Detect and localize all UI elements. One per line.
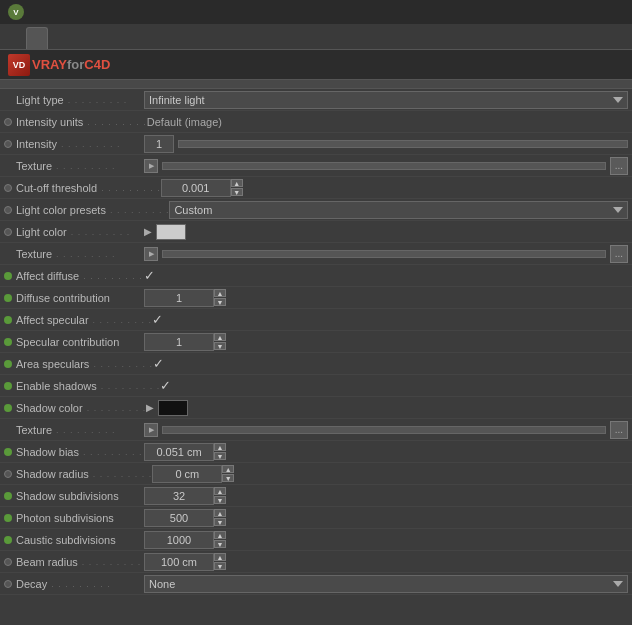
- ellipsis-btn-texture-1[interactable]: ...: [610, 157, 628, 175]
- label-light-color: Light color . . . . . . . . .: [4, 226, 144, 238]
- color-arrow-shadow-color[interactable]: ▶: [146, 402, 154, 413]
- slider-container-intensity: [178, 140, 628, 148]
- spin-down-cutoff[interactable]: ▼: [231, 188, 243, 196]
- row-texture-1: Texture . . . . . . . . ....: [0, 155, 632, 177]
- label-text-texture-1: Texture: [16, 160, 52, 172]
- spin-up-shadow-subdivisions[interactable]: ▲: [214, 487, 226, 495]
- spin-up-specular-contribution[interactable]: ▲: [214, 333, 226, 341]
- checkbox-affect-diffuse[interactable]: ✓: [144, 269, 155, 282]
- value-texture-2: ...: [144, 245, 628, 263]
- ellipsis-btn-texture-3[interactable]: ...: [610, 421, 628, 439]
- label-light-type: Light type . . . . . . . . .: [4, 94, 144, 106]
- value-shadow-subdivisions: ▲▼: [144, 487, 628, 505]
- row-diffuse-contribution: Diffuse contribution▲▼: [0, 287, 632, 309]
- label-text-diffuse-contribution: Diffuse contribution: [16, 292, 110, 304]
- dot-decay: [4, 580, 12, 588]
- row-area-speculars: Area speculars . . . . . . . . .✓: [0, 353, 632, 375]
- spin-up-diffuse-contribution[interactable]: ▲: [214, 289, 226, 297]
- spin-down-shadow-subdivisions[interactable]: ▼: [214, 496, 226, 504]
- label-text-light-color: Light color: [16, 226, 67, 238]
- row-shadow-subdivisions: Shadow subdivisions▲▼: [0, 485, 632, 507]
- color-arrow-light-color[interactable]: ▶: [144, 226, 152, 237]
- number-unit-input-shadow-bias[interactable]: [144, 443, 214, 461]
- checkbox-area-speculars[interactable]: ✓: [153, 357, 164, 370]
- vray-header: VD VRAYforC4D: [0, 50, 632, 80]
- spin-down-caustic-subdivisions[interactable]: ▼: [214, 540, 226, 548]
- label-texture-3: Texture . . . . . . . . .: [4, 424, 144, 436]
- number-input-diffuse-contribution[interactable]: [144, 289, 214, 307]
- spin-up-caustic-subdivisions[interactable]: ▲: [214, 531, 226, 539]
- label-area-speculars: Area speculars . . . . . . . . .: [4, 358, 153, 370]
- label-photon-subdivisions: Photon subdivisions: [4, 512, 144, 524]
- texture-track-texture-3[interactable]: [162, 426, 606, 434]
- dots-fill-light-type: . . . . . . . . .: [68, 95, 144, 105]
- dots-fill-intensity-units: . . . . . . . . .: [87, 117, 147, 127]
- number-input-cutoff[interactable]: [161, 179, 231, 197]
- label-affect-specular: Affect specular . . . . . . . . .: [4, 314, 152, 326]
- dot-shadow-radius: [4, 470, 12, 478]
- label-text-specular-contribution: Specular contribution: [16, 336, 119, 348]
- select-light-type[interactable]: Infinite lightOmni lightSpot light: [144, 91, 628, 109]
- spin-up-cutoff[interactable]: ▲: [231, 179, 243, 187]
- tab-base[interactable]: [4, 27, 26, 49]
- texture-track-texture-2[interactable]: [162, 250, 606, 258]
- dot-specular-contribution: [4, 338, 12, 346]
- number-input-photon-subdivisions[interactable]: [144, 509, 214, 527]
- number-input-shadow-subdivisions[interactable]: [144, 487, 214, 505]
- play-btn-texture-2[interactable]: [144, 247, 158, 261]
- spin-down-specular-contribution[interactable]: ▼: [214, 342, 226, 350]
- spin-down-unit-shadow-bias[interactable]: ▼: [214, 452, 226, 460]
- spin-up-unit-shadow-bias[interactable]: ▲: [214, 443, 226, 451]
- tab-sunlight[interactable]: [48, 27, 70, 49]
- row-decay: Decay . . . . . . . . .NoneLinearSquare: [0, 573, 632, 595]
- row-intensity-units: Intensity units . . . . . . . . .Default…: [0, 111, 632, 133]
- label-text-cutoff: Cut-off threshold: [16, 182, 97, 194]
- spin-down-diffuse-contribution[interactable]: ▼: [214, 298, 226, 306]
- spin-up-unit-shadow-radius[interactable]: ▲: [222, 465, 234, 473]
- color-swatch-shadow-color[interactable]: [158, 400, 188, 416]
- spin-up-unit-beam-radius[interactable]: ▲: [214, 553, 226, 561]
- number-intensity[interactable]: [144, 135, 174, 153]
- value-caustic-subdivisions: ▲▼: [144, 531, 628, 549]
- spinner-shadow-subdivisions: ▲▼: [214, 487, 226, 504]
- value-diffuse-contribution: ▲▼: [144, 289, 628, 307]
- color-swatch-light-color[interactable]: [156, 224, 186, 240]
- label-texture-2: Texture . . . . . . . . .: [4, 248, 144, 260]
- checkbox-affect-specular[interactable]: ✓: [152, 313, 163, 326]
- spin-down-unit-beam-radius[interactable]: ▼: [214, 562, 226, 570]
- number-unit-wrap-shadow-bias: ▲▼: [144, 443, 226, 461]
- value-intensity: [144, 135, 628, 153]
- play-btn-texture-1[interactable]: [144, 159, 158, 173]
- app-icon: V: [8, 4, 24, 20]
- select-color-presets[interactable]: CustomD65 DaylightTungsten: [169, 201, 628, 219]
- spin-down-photon-subdivisions[interactable]: ▼: [214, 518, 226, 526]
- texture-track-texture-1[interactable]: [162, 162, 606, 170]
- label-text-photon-subdivisions: Photon subdivisions: [16, 512, 114, 524]
- spinner-specular-contribution: ▲▼: [214, 333, 226, 350]
- label-text-area-speculars: Area speculars: [16, 358, 89, 370]
- checkbox-enable-shadows[interactable]: ✓: [160, 379, 171, 392]
- number-unit-input-beam-radius[interactable]: [144, 553, 214, 571]
- number-input-specular-contribution[interactable]: [144, 333, 214, 351]
- ellipsis-btn-texture-2[interactable]: ...: [610, 245, 628, 263]
- spinner-diffuse-contribution: ▲▼: [214, 289, 226, 306]
- spin-up-photon-subdivisions[interactable]: ▲: [214, 509, 226, 517]
- number-input-caustic-subdivisions[interactable]: [144, 531, 214, 549]
- label-text-shadow-radius: Shadow radius: [16, 468, 89, 480]
- label-text-caustic-subdivisions: Caustic subdivisions: [16, 534, 116, 546]
- number-unit-input-shadow-radius[interactable]: [152, 465, 222, 483]
- label-shadow-color: Shadow color . . . . . . . . .: [4, 402, 146, 414]
- tab-common[interactable]: [26, 27, 48, 49]
- content-area[interactable]: Light type . . . . . . . . .Infinite lig…: [0, 89, 632, 612]
- label-text-texture-2: Texture: [16, 248, 52, 260]
- slider-track-intensity[interactable]: [178, 140, 628, 148]
- select-decay[interactable]: NoneLinearSquare: [144, 575, 628, 593]
- play-btn-texture-3[interactable]: [144, 423, 158, 437]
- dots-fill-texture-1: . . . . . . . . .: [56, 161, 144, 171]
- spin-down-unit-shadow-radius[interactable]: ▼: [222, 474, 234, 482]
- dots-fill-shadow-bias: . . . . . . . . .: [83, 447, 144, 457]
- label-color-presets: Light color presets . . . . . . . . .: [4, 204, 169, 216]
- dots-fill-shadow-color: . . . . . . . . .: [87, 403, 147, 413]
- row-shadow-color: Shadow color . . . . . . . . .▶: [0, 397, 632, 419]
- dot-shadow-subdivisions: [4, 492, 12, 500]
